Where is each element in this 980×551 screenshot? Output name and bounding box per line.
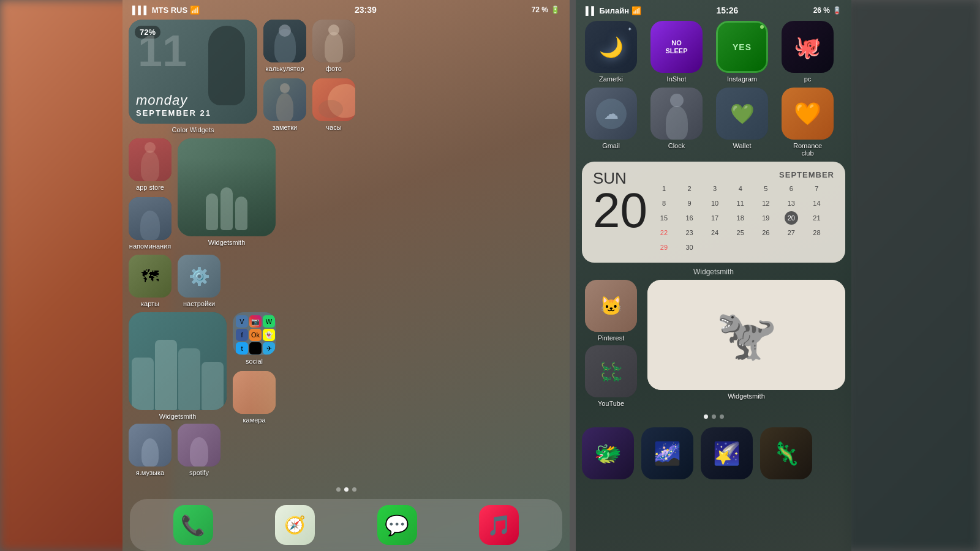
calendar-widget-label: Widgetsmith	[582, 268, 845, 276]
calculator-app[interactable]: калькулятор	[263, 20, 306, 72]
pc-icon: 🐙	[782, 21, 834, 73]
app-store-icon	[129, 138, 172, 181]
status-bar-right: ▌▌ Билайн 📶 15:26 26 % 🪫	[576, 0, 851, 18]
right-dock-row: 🐲 🌌 🌠 🦎	[582, 422, 845, 479]
background-right	[845, 0, 980, 551]
cal-day-section: SUN 20	[593, 170, 647, 235]
widget-date: SEPTEMBER 21	[136, 108, 211, 118]
widget-day: monday	[136, 92, 211, 108]
reminders-app[interactable]: напоминания	[129, 197, 172, 250]
right-small-col: калькулятор фото	[263, 20, 355, 133]
instagram-icon: YES	[716, 21, 768, 73]
page-dots-right	[582, 411, 845, 422]
pc-app[interactable]: 🐙 pc	[778, 21, 837, 83]
settings-icon: ⚙️	[178, 255, 221, 298]
safari-icon: 🧭	[284, 515, 306, 535]
ya-music-app[interactable]: я.музыка	[129, 424, 172, 476]
clock-label-l: часы	[326, 124, 341, 131]
widgetsmith-large-icon	[178, 138, 276, 236]
col-apps: app store напоминания	[129, 138, 172, 250]
color-widgets-item[interactable]: 72% monday SEPTEMBER 21 11 Color Widgets	[129, 20, 257, 133]
safari-dock-icon[interactable]: 🧭	[275, 505, 315, 545]
app-store-app[interactable]: app store	[129, 138, 172, 191]
gmail-app[interactable]: ☁ Gmail	[582, 88, 640, 157]
notes-app[interactable]: заметки	[263, 78, 306, 131]
gmail-icon: ☁	[585, 88, 637, 140]
youtube-label: YouTube	[598, 400, 624, 407]
romance-icon: 🧡	[782, 88, 834, 140]
wallet-app[interactable]: 💚 Wallet	[713, 88, 771, 157]
night-sky-icon: 🌌	[641, 427, 693, 479]
pinterest-label: Pinterest	[598, 334, 624, 342]
widget-text: monday SEPTEMBER 21	[136, 92, 211, 118]
clock-label-r: Clock	[668, 142, 685, 149]
clock-icon-r	[650, 88, 703, 140]
inshot-app[interactable]: NO SLEEP InShot	[647, 21, 706, 83]
spotify-label: spotify	[189, 469, 209, 476]
widgetsmith-dino-app[interactable]: 🦖 Widgetsmith	[647, 280, 845, 407]
maps-app[interactable]: 🗺 карты	[129, 255, 172, 307]
creature-app[interactable]: 🦎	[760, 427, 812, 479]
widgetsmith-dino-label: Widgetsmith	[728, 392, 765, 400]
dark-scene-app[interactable]: 🌠	[701, 427, 753, 479]
widgetsmith-large-app[interactable]: Widgetsmith	[178, 138, 276, 250]
signal-bars-left: ▌▌▌	[132, 6, 149, 15]
instagram-app[interactable]: YES Instagram	[713, 21, 771, 83]
romance-label: Romance club	[786, 142, 829, 157]
nightsky-app[interactable]: 🌌	[641, 427, 693, 479]
wifi-icon-right: 📶	[631, 6, 641, 15]
music-row: я.музыка spotify	[129, 424, 564, 476]
spotify-app[interactable]: spotify	[178, 424, 221, 476]
pinterest-app[interactable]: 🐱 Pinterest	[582, 280, 640, 342]
reminders-icon	[129, 197, 172, 240]
color-widgets-widget: 72% monday SEPTEMBER 21 11	[129, 20, 257, 124]
zametki-app[interactable]: 🌙 ✦ Zametki	[582, 21, 640, 83]
music-dock-icon[interactable]: 🎵	[479, 505, 519, 545]
left-row1: 72% monday SEPTEMBER 21 11 Color Widgets	[129, 20, 564, 133]
photos-icon	[312, 20, 355, 62]
right-content: 🌙 ✦ Zametki NO SLEEP InShot	[576, 18, 851, 551]
dot-r-2	[712, 414, 716, 419]
youtube-app[interactable]: 🦕🦕🦕🦕 YouTube	[582, 345, 640, 407]
phone-dock-icon[interactable]: 📞	[173, 505, 213, 545]
reminders-label: напоминания	[129, 242, 171, 250]
photos-label: фото	[326, 65, 342, 72]
social-label: social	[246, 358, 263, 365]
battery-left: 72 %	[532, 6, 548, 14]
dot-r-3	[720, 414, 724, 419]
carrier-right: Билайн	[599, 6, 629, 15]
widgetsmith-bottom-app[interactable]: Widgetsmith	[129, 312, 227, 424]
cal-day-num: 20	[593, 186, 647, 235]
dot-2-active	[344, 487, 349, 492]
left-row4: 🗺 карты ⚙️ настройки	[129, 255, 564, 307]
camera-app[interactable]: камера	[233, 371, 276, 424]
battery-icon-right: 🪫	[832, 6, 842, 15]
small-row-1: калькулятор фото	[263, 20, 355, 72]
calculator-icon	[263, 20, 306, 62]
dot-3	[352, 487, 356, 492]
settings-app[interactable]: ⚙️ настройки	[178, 255, 221, 307]
widgetsmith-bottom-icon	[129, 312, 227, 410]
messages-dock-icon[interactable]: 💬	[377, 505, 417, 545]
dragon-app[interactable]: 🐲	[582, 427, 634, 479]
time-right: 15:26	[716, 6, 738, 15]
right-small-apps: 🐱 Pinterest 🦕🦕🦕🦕 YouTube	[582, 280, 640, 407]
right-bottom-row: 🐱 Pinterest 🦕🦕🦕🦕 YouTube	[582, 280, 845, 407]
clock-app-l[interactable]: часы	[312, 78, 355, 131]
right-row2: ☁ Gmail Clock	[582, 88, 845, 157]
social-folder-app[interactable]: V 📷 W f Ok 👻 t ♪ ✈ social	[233, 312, 276, 365]
left-row-bottom: Widgetsmith V 📷 W f Ok 👻 t ♪	[129, 312, 564, 424]
photos-app[interactable]: фото	[312, 20, 355, 72]
clock-app-r[interactable]: Clock	[647, 88, 706, 157]
signal-bars-right: ▌▌	[586, 6, 597, 15]
dot-r-1	[704, 414, 708, 419]
dot-1	[336, 487, 341, 492]
status-bar-left: ▌▌▌ MTS RUS 📶 23:39 72 % 🔋	[123, 0, 570, 17]
pc-label: pc	[804, 75, 812, 83]
notes-icon	[263, 78, 306, 121]
inshot-label: InShot	[667, 75, 687, 83]
camera-label: камера	[243, 416, 265, 424]
left-content: 72% monday SEPTEMBER 21 11 Color Widgets	[123, 17, 570, 484]
romance-app[interactable]: 🧡 Romance club	[778, 88, 837, 157]
instagram-label: Instagram	[727, 75, 757, 83]
